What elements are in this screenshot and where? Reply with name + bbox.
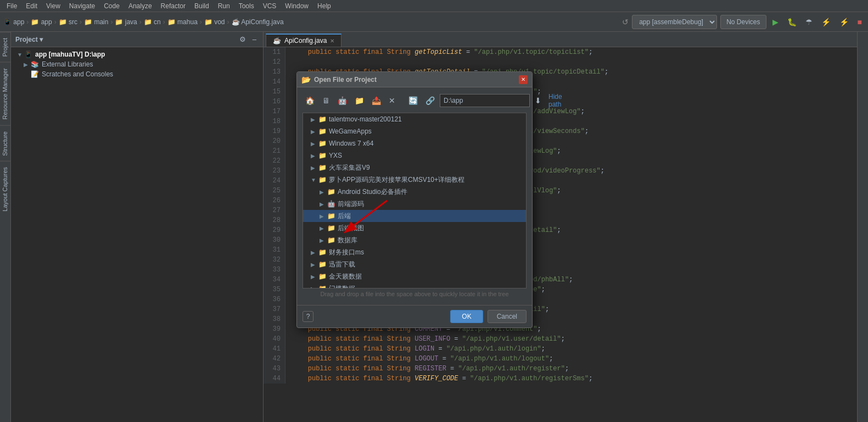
file-name: 后端 [338,212,351,221]
tree-label: External Libraries [42,60,93,68]
file-item-houduan-jietu[interactable]: ▶ 📁 后端截图 [303,222,526,234]
sidebar-tab-project[interactable]: Project [0,32,10,62]
dialog-refresh-btn[interactable]: 🔄 [406,95,421,107]
dialog-close-x-btn[interactable]: ✕ [386,95,398,107]
tab-close-icon[interactable]: ✕ [330,38,334,44]
file-arrow: ▶ [311,129,316,135]
file-item-caiwu[interactable]: ▶ 📁 财务接口ms [303,246,526,258]
file-item-jintian[interactable]: ▶ 📁 金天籁数据 [303,270,526,282]
bc-mahua[interactable]: 📁 mahua [167,18,198,26]
file-item-xunlei[interactable]: ▶ 📁 迅雷下载 [303,258,526,270]
right-sidebar-tabs [857,32,868,422]
tab-label: ApiConfig.java [284,37,327,45]
hide-path-btn[interactable]: Hide path [548,93,562,108]
menu-window[interactable]: Window [281,1,313,11]
menu-navigate[interactable]: Navigate [65,1,99,11]
file-item-luobo[interactable]: ▼ 📁 萝卜APP源码完美对接苹果CMSV10+详细教程 [303,174,526,186]
file-item-houduan[interactable]: ▶ 📁 后端 [303,210,526,222]
run-config-select[interactable]: app [assembleDebug] [632,15,717,29]
menu-file[interactable]: File [2,1,21,11]
menu-refactor[interactable]: Refactor [156,1,190,11]
dialog-desktop-btn[interactable]: 🖥 [320,95,333,107]
bc-src[interactable]: 📁 src [59,18,77,26]
file-item-qianduan[interactable]: ▶ 🤖 前端源码 [303,198,526,210]
bc-vod[interactable]: 📁 vod [204,18,225,26]
folder-icon: 📁 [318,140,327,147]
menu-build[interactable]: Build [190,1,214,11]
dialog-home-btn[interactable]: 🏠 [303,95,317,107]
bc-cn[interactable]: 📁 cn [144,18,161,26]
apply-changes-button[interactable]: ⚡ [837,16,852,28]
file-name: Windows 7 x64 [329,140,373,147]
menu-edit[interactable]: Edit [21,1,42,11]
no-devices-button[interactable]: No Devices [720,15,766,29]
line-numbers: 11 12 13 14 15 16 17 18 19 20 21 22 23 2… [264,47,285,384]
run-button[interactable]: ▶ [770,16,781,28]
profile-button[interactable]: ⚡ [819,16,833,28]
bc-file[interactable]: ☕ ApiConfig.java [232,18,284,26]
dialog-drop-hint: Drag and drop a file into the space abov… [303,288,527,299]
bc-main[interactable]: 📁 main [84,18,108,26]
menu-run[interactable]: Run [214,1,234,11]
dialog-file-list[interactable]: ▶ 📁 talentmov-master200121 ▶ 📁 WeGameApp… [303,113,527,288]
menu-code[interactable]: Code [99,1,124,11]
menu-help[interactable]: Help [313,1,335,11]
folder-icon: 📁 [318,248,327,256]
menu-view[interactable]: View [42,1,65,11]
dialog-folder-btn[interactable]: 📁 [352,95,367,107]
file-item-talentmov[interactable]: ▶ 📁 talentmov-master200121 [303,113,526,125]
app-icon: 📱 [24,51,32,58]
dialog-link-btn[interactable]: 🔗 [423,95,438,107]
tree-item-external-libs[interactable]: ▶ 📚 External Libraries [11,59,263,69]
file-item-win7[interactable]: ▶ 📁 Windows 7 x64 [303,137,526,149]
dialog-path-input[interactable] [440,94,530,107]
file-item-wegame[interactable]: ▶ 📁 WeGameApps [303,125,526,137]
tree-item-scratches[interactable]: ▶ 📝 Scratches and Consoles [11,69,263,79]
dialog-ok-button[interactable]: OK [450,310,483,323]
menu-tools[interactable]: Tools [234,1,259,11]
dialog-help-button[interactable]: ? [303,311,313,322]
file-name: 前端源码 [338,199,364,209]
dialog-android-btn[interactable]: 🤖 [335,95,350,107]
dialog-cancel-button[interactable]: Cancel [488,310,527,323]
bc-java[interactable]: 📁 java [115,18,137,26]
sidebar-tab-captures[interactable]: Layout Captures [0,161,10,217]
file-item-android-studio[interactable]: ▶ 📁 Android Studio必备插件 [303,186,526,198]
folder-icon: 📁 [318,115,327,123]
coverage-button[interactable]: ☂ [803,16,815,28]
panel-gear-btn[interactable]: ⚙ [237,34,248,45]
panel-header-actions: ⚙ – [237,34,259,45]
dialog-close-button[interactable]: ✕ [519,75,528,84]
toolbar-right: ↺ app [assembleDebug] No Devices ▶ 🐛 ☂ ⚡… [622,15,865,29]
file-item-menjian[interactable]: ▶ 📁 门槛数据 [303,282,526,288]
dialog-titlebar: 📂 Open File or Project ✕ [297,72,532,87]
file-arrow: ▶ [320,225,325,231]
file-name: 后端截图 [338,224,364,233]
bc-app1[interactable]: 📱 app [3,18,24,26]
tree-label: app [mahuaTV] D:\app [35,51,105,58]
panel-header: Project ▾ ⚙ – [11,32,263,47]
open-file-dialog: 📂 Open File or Project ✕ 🏠 🖥 🤖 📁 📤 ✕ 🔄 🔗… [296,71,533,328]
dialog-download-btn[interactable]: ⬇ [532,95,544,107]
debug-button[interactable]: 🐛 [785,16,799,28]
stop-button[interactable]: ■ [855,16,865,28]
panel-minimize-btn[interactable]: – [250,34,259,45]
sidebar-tab-structure[interactable]: Structure [0,125,10,162]
tab-apiconfig[interactable]: ☕ ApiConfig.java ✕ [266,34,341,47]
bc-app2[interactable]: 📁 app [31,18,52,26]
back-btn[interactable]: ↺ [622,18,629,26]
file-item-huoche[interactable]: ▶ 📁 火车采集器V9 [303,162,526,174]
menu-vcs[interactable]: VCS [259,1,281,11]
file-item-shujuku[interactable]: ▶ 📁 数据库 [303,234,526,246]
tree-item-app[interactable]: ▼ 📱 app [mahuaTV] D:\app [11,49,263,59]
folder-icon: 📁 [318,260,327,268]
folder-icon: 📁 [318,176,327,184]
menu-analyze[interactable]: Analyze [124,1,156,11]
sidebar-tab-resource[interactable]: Resource Manager [0,62,10,125]
file-item-yxs[interactable]: ▶ 📁 YXS [303,149,526,162]
file-name: 萝卜APP源码完美对接苹果CMSV10+详细教程 [329,175,464,185]
file-arrow: ▶ [311,165,316,171]
dialog-share-btn[interactable]: 📤 [369,95,384,107]
tab-icon: ☕ [273,37,281,45]
tree-label: Scratches and Consoles [42,70,113,78]
